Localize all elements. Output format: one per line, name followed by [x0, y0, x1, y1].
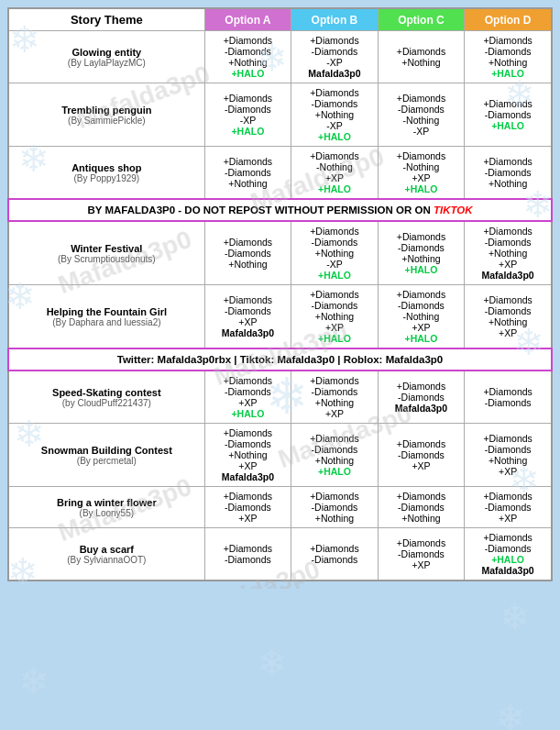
option-c-cell: +Diamonds-Diamonds-Nothing+XP+HALO [378, 285, 465, 349]
option-a-cell: +Diamonds-Diamonds [204, 528, 291, 581]
story-author: (By percmetal) [14, 456, 200, 466]
story-title: Antiques shop [14, 162, 200, 173]
option-d-cell: +Diamonds-Diamonds+Nothing+XP [465, 285, 552, 349]
story-cell: Trembling penguin (By SammiePickle) [8, 83, 204, 147]
option-c-cell: +Diamonds-Diamonds+Nothing [378, 487, 465, 528]
option-b-cell: +Diamonds-Diamonds+Nothing-XP+HALO [291, 83, 379, 147]
story-title: Bring a winter flower [14, 497, 200, 508]
story-cell: Buy a scarf (By SylviannaOOT) [8, 528, 204, 581]
option-c-cell: +Diamonds-Diamonds-Nothing-XP [378, 83, 465, 147]
option-c-cell: +Diamonds+Nothing [378, 31, 465, 83]
header-option-b: Option B [291, 8, 379, 31]
story-cell: Snowman Building Contest (By percmetal) [8, 424, 204, 487]
option-a-cell: +Diamonds-Diamonds+Nothing [204, 221, 291, 285]
option-d-cell: +Diamonds-Diamonds+Nothing+XP [465, 424, 552, 487]
story-author: (By Scrumptiousdonuts) [14, 254, 200, 264]
header-option-c: Option C [378, 8, 465, 31]
social-row: Twitter: Mafalda3p0rbx | Tiktok: Mafalda… [8, 348, 552, 371]
option-d-cell: +Diamonds-Diamonds+HALO [465, 83, 552, 147]
option-a-cell: +Diamonds-Diamonds+Nothing+XPMafalda3p0 [204, 424, 291, 487]
option-c-cell: +Diamonds-Diamonds+Nothing+HALO [378, 221, 465, 285]
option-d-cell: +Diamonds-Diamonds+Nothing [465, 147, 552, 200]
story-author: (By Daphara and luessia2) [14, 317, 200, 327]
option-c-cell: +Diamonds-Diamonds+XP [378, 528, 465, 581]
notice-row: BY MAFALDA3P0 - DO NOT REPOST WITHOUT PE… [8, 199, 552, 221]
option-b-cell: +Diamonds-Diamonds+Nothing+XP [291, 371, 379, 424]
option-b-cell: +Diamonds-Diamonds-XPMafalda3p0 [291, 31, 379, 83]
story-cell: Helping the Fountain Girl (By Daphara an… [8, 285, 204, 349]
option-b-cell: +Diamonds-Diamonds+Nothing [291, 487, 379, 528]
story-author: (By Poppy1929) [14, 173, 200, 183]
story-cell: Speed-Skating contest (by CloudPuff22143… [8, 371, 204, 424]
story-title: Speed-Skating contest [14, 387, 200, 398]
story-cell: Bring a winter flower (By Loony55) [8, 487, 204, 528]
option-b-cell: +Diamonds-Diamonds+Nothing+XP+HALO [291, 285, 379, 349]
option-c-cell: +Diamonds-Diamonds+XP [378, 424, 465, 487]
story-title: Glowing entity [14, 47, 200, 58]
story-author: (By LaylaPlayzMC) [14, 58, 200, 68]
story-title: Helping the Fountain Girl [14, 306, 200, 317]
option-b-cell: +Diamonds-Diamonds [291, 528, 379, 581]
story-title: Trembling penguin [14, 105, 200, 116]
tiktok-text: TIKTOK [434, 205, 473, 216]
story-cell: Antiques shop (By Poppy1929) [8, 147, 204, 200]
story-title: Snowman Building Contest [14, 445, 200, 456]
option-b-cell: +Diamonds-Diamonds+Nothing-XP+HALO [291, 221, 379, 285]
option-a-cell: +Diamonds-Diamonds+Nothing [204, 147, 291, 200]
option-a-cell: +Diamonds-Diamonds+XP+HALO [204, 371, 291, 424]
option-d-cell: +Diamonds-Diamonds+HALOMafalda3p0 [465, 528, 552, 581]
story-title: Buy a scarf [14, 544, 200, 555]
social-text: Twitter: Mafalda3p0rbx | Tiktok: Mafalda… [117, 354, 444, 365]
option-a-cell: +Diamonds-Diamonds+XP [204, 487, 291, 528]
comparison-table: Story Theme Option A Option B Option C O… [7, 7, 553, 581]
option-a-cell: +Diamonds-Diamonds+Nothing+HALO [204, 31, 291, 83]
option-c-cell: +Diamonds-Nothing+XP+HALO [378, 147, 465, 200]
option-d-cell: +Diamonds-Diamonds [465, 371, 552, 424]
option-a-cell: +Diamonds-Diamonds-XP+HALO [204, 83, 291, 147]
story-title: Winter Festival [14, 243, 200, 254]
option-b-cell: +Diamonds-Diamonds+Nothing+HALO [291, 424, 379, 487]
option-c-cell: +Diamonds-DiamondsMafalda3p0 [378, 371, 465, 424]
story-author: (By Loony55) [14, 508, 200, 518]
notice-text: BY MAFALDA3P0 - DO NOT REPOST WITHOUT PE… [88, 205, 434, 216]
header-option-a: Option A [204, 8, 291, 31]
story-author: (By SammiePickle) [14, 116, 200, 126]
option-a-cell: +Diamonds-Diamonds+XPMafalda3p0 [204, 285, 291, 349]
story-cell: Glowing entity (By LaylaPlayzMC) [8, 31, 204, 83]
story-cell: Winter Festival (By Scrumptiousdonuts) [8, 221, 204, 285]
option-d-cell: +Diamonds-Diamonds+Nothing+HALO [465, 31, 552, 83]
header-story-theme: Story Theme [8, 8, 204, 31]
story-author: (By SylviannaOOT) [14, 555, 200, 565]
story-author: (by CloudPuff221437) [14, 398, 200, 408]
main-container: ❄ ❄ ❄ ❄ ❄ ❄ ❄ ❄ ❄ ❄ ❄ ❄ ❄ ❄ ❄ Story Them… [0, 0, 560, 589]
header-option-d: Option D [465, 8, 552, 31]
option-d-cell: +Diamonds-Diamonds+XP [465, 487, 552, 528]
option-d-cell: +Diamonds-Diamonds+Nothing+XPMafalda3p0 [465, 221, 552, 285]
option-b-cell: +Diamonds-Nothing+XP+HALO [291, 147, 379, 200]
